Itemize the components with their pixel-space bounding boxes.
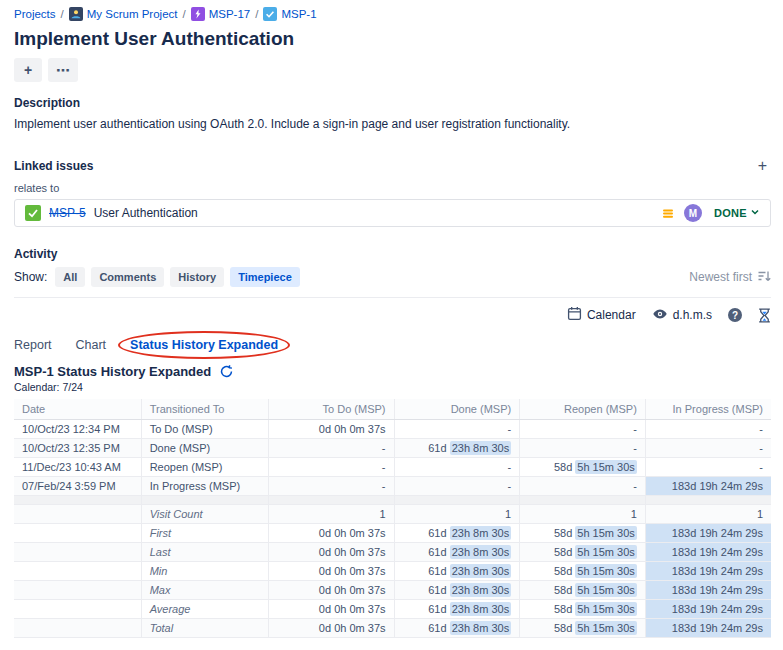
breadcrumb-separator: /	[255, 8, 258, 20]
linked-issues-heading: Linked issues	[14, 159, 93, 173]
duration-cell: 61d 23h 8m 30s	[394, 600, 520, 619]
breadcrumb-project[interactable]: My Scrum Project	[69, 7, 178, 21]
filter-all[interactable]: All	[55, 267, 85, 287]
tab-chart[interactable]: Chart	[76, 338, 107, 352]
tab-status-history-expanded[interactable]: Status History Expanded	[130, 338, 278, 352]
linked-issues-section: Linked issues + relates to MSP-5 User Au…	[14, 158, 771, 227]
date-cell: 10/Oct/23 12:34 PM	[14, 420, 141, 439]
column-header-inprogress: In Progress (MSP)	[645, 399, 771, 420]
breadcrumb-separator: /	[61, 8, 64, 20]
breadcrumb: Projects / My Scrum Project / MSP-17 / M…	[14, 6, 771, 22]
filter-timepiece[interactable]: Timepiece	[230, 267, 300, 287]
column-header-todo: To Do (MSP)	[268, 399, 394, 420]
column-header-reopen: Reopen (MSP)	[520, 399, 646, 420]
add-button[interactable]: +	[14, 58, 42, 82]
duration-cell: 61d 23h 8m 30s	[394, 439, 520, 458]
breadcrumb-issue[interactable]: MSP-1	[263, 7, 316, 21]
duration-cell: 183d 19h 24m 29s	[645, 619, 771, 638]
column-header-date: Date	[14, 399, 141, 420]
duration-cell: 1	[645, 505, 771, 524]
duration-cell: 0d 0h 0m 37s	[268, 524, 394, 543]
duration-cell: -	[268, 458, 394, 477]
tab-report[interactable]: Report	[14, 338, 52, 352]
filter-comments[interactable]: Comments	[91, 267, 164, 287]
chevron-down-icon	[750, 207, 760, 219]
duration-cell: 0d 0h 0m 37s	[268, 619, 394, 638]
duration-cell: -	[520, 477, 646, 496]
header-actions: + ⋯	[14, 58, 771, 82]
epic-icon	[191, 7, 205, 21]
timepiece-tabs: Report Chart Status History Expanded	[14, 338, 771, 352]
spacer-row	[14, 496, 771, 505]
stat-row: First0d 0h 0m 37s61d 23h 8m 30s58d 5h 15…	[14, 524, 771, 543]
column-header-done: Done (MSP)	[394, 399, 520, 420]
duration-cell: 61d 23h 8m 30s	[394, 562, 520, 581]
add-linked-issue-button[interactable]: +	[754, 158, 771, 174]
linked-issue-row[interactable]: MSP-5 User Authentication M DONE	[14, 199, 771, 227]
transition-cell: In Progress (MSP)	[141, 477, 268, 496]
calendar-note: Calendar: 7/24	[14, 381, 771, 393]
calendar-label: Calendar	[587, 308, 636, 322]
stat-label-cell: Total	[141, 619, 268, 638]
duration-cell: 183d 19h 24m 29s	[645, 543, 771, 562]
duration-cell: 0d 0h 0m 37s	[268, 581, 394, 600]
duration-cell: -	[520, 420, 646, 439]
date-cell: 11/Dec/23 10:43 AM	[14, 458, 141, 477]
activity-filter-bar: Show: All Comments History Timepiece New…	[14, 267, 771, 287]
stat-row: Last0d 0h 0m 37s61d 23h 8m 30s58d 5h 15m…	[14, 543, 771, 562]
duration-cell: -	[520, 439, 646, 458]
description-text[interactable]: Implement user authentication using OAut…	[14, 116, 771, 132]
sort-control[interactable]: Newest first	[689, 269, 771, 286]
duration-cell: 1	[268, 505, 394, 524]
description-heading: Description	[14, 96, 771, 110]
sort-label: Newest first	[689, 270, 752, 284]
status-dropdown[interactable]: DONE	[714, 207, 760, 219]
linked-issue-summary[interactable]: User Authentication	[94, 206, 198, 220]
status-history-table: Date Transitioned To To Do (MSP) Done (M…	[14, 399, 771, 638]
stat-label-cell: Average	[141, 600, 268, 619]
filter-history[interactable]: History	[170, 267, 224, 287]
transition-cell: To Do (MSP)	[141, 420, 268, 439]
issue-type-icon	[25, 205, 41, 221]
calendar-button[interactable]: Calendar	[567, 306, 636, 324]
duration-cell: 61d 23h 8m 30s	[394, 524, 520, 543]
sort-descending-icon	[757, 269, 771, 286]
eye-icon	[652, 306, 668, 325]
transition-cell: Done (MSP)	[141, 439, 268, 458]
duration-cell: -	[645, 420, 771, 439]
table-header-row: Date Transitioned To To Do (MSP) Done (M…	[14, 399, 771, 420]
duration-cell: 0d 0h 0m 37s	[268, 543, 394, 562]
show-label: Show:	[14, 270, 47, 284]
stat-row: Average0d 0h 0m 37s61d 23h 8m 30s58d 5h …	[14, 600, 771, 619]
duration-cell: 183d 19h 24m 29s	[645, 524, 771, 543]
duration-cell: 183d 19h 24m 29s	[645, 562, 771, 581]
duration-cell: -	[394, 458, 520, 477]
task-icon	[263, 7, 277, 21]
duration-cell: 58d 5h 15m 30s	[520, 581, 646, 600]
duration-cell: 183d 19h 24m 29s	[645, 581, 771, 600]
report-title: MSP-1 Status History Expanded	[14, 364, 211, 379]
hourglass-icon[interactable]	[758, 308, 771, 323]
duration-cell: 58d 5h 15m 30s	[520, 600, 646, 619]
duration-cell: 1	[394, 505, 520, 524]
assignee-avatar[interactable]: M	[684, 204, 702, 222]
help-icon[interactable]: ?	[728, 308, 742, 322]
format-button[interactable]: d.h.m.s	[652, 306, 712, 325]
linked-issue-key[interactable]: MSP-5	[49, 206, 86, 220]
breadcrumb-epic[interactable]: MSP-17	[191, 7, 251, 21]
refresh-icon[interactable]	[219, 364, 234, 379]
priority-medium-icon	[662, 207, 674, 219]
duration-cell: -	[268, 477, 394, 496]
more-button[interactable]: ⋯	[48, 58, 78, 82]
breadcrumb-separator: /	[183, 8, 186, 20]
timepiece-panel: Calendar d.h.m.s ? Report Chart Status H…	[14, 297, 771, 638]
status-table-body: 10/Oct/23 12:34 PMTo Do (MSP)0d 0h 0m 37…	[14, 420, 771, 638]
breadcrumb-projects[interactable]: Projects	[14, 8, 56, 20]
duration-cell: 0d 0h 0m 37s	[268, 420, 394, 439]
duration-cell: 183d 19h 24m 29s	[645, 477, 771, 496]
stat-label-cell: Min	[141, 562, 268, 581]
activity-section: Activity Show: All Comments History Time…	[14, 247, 771, 287]
activity-heading: Activity	[14, 247, 771, 261]
column-header-transitioned-to: Transitioned To	[141, 399, 268, 420]
stat-row: Visit Count1111	[14, 505, 771, 524]
